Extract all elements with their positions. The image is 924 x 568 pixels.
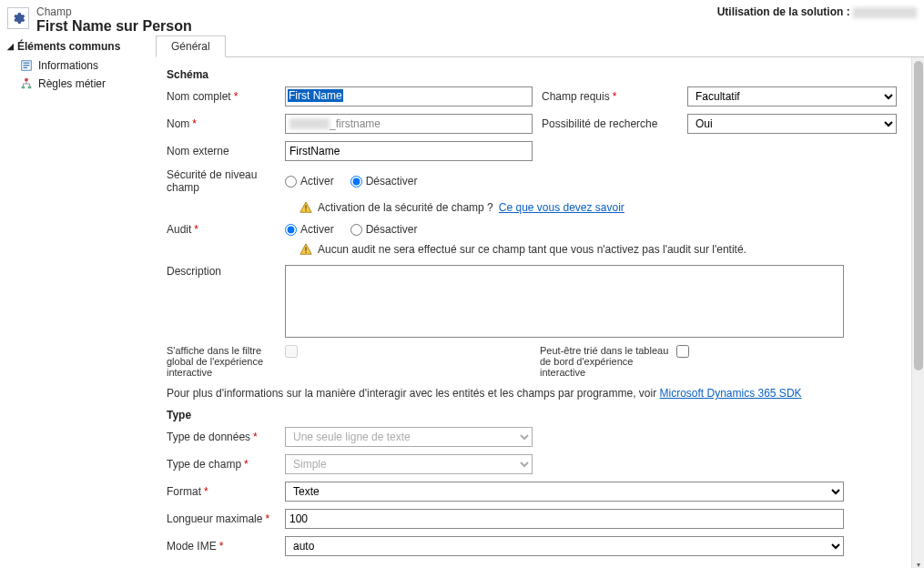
datatype-select: Une seule ligne de texte [285, 427, 533, 447]
ime-select[interactable]: auto [285, 536, 844, 556]
scroll-thumb[interactable] [914, 61, 923, 370]
solution-usage-value-redacted [853, 7, 917, 18]
field-requirement-label: Champ requis [542, 90, 678, 103]
fls-warning-link[interactable]: Ce que vous devez savoir [499, 201, 624, 214]
name-input[interactable]: _firstname [285, 114, 533, 134]
svg-rect-7 [305, 205, 306, 208]
sdk-link[interactable]: Microsoft Dynamics 365 SDK [660, 387, 802, 400]
fieldtype-label: Type de champ [167, 458, 276, 471]
audit-radio-group: Activer Désactiver [285, 223, 417, 236]
fls-radio-group: Activer Désactiver [285, 175, 417, 188]
svg-rect-8 [305, 210, 306, 211]
description-label: Description [167, 265, 276, 278]
format-select[interactable]: Texte [285, 482, 844, 502]
searchable-label: Possibilité de recherche [542, 117, 678, 130]
datatype-label: Type de données [167, 431, 276, 443]
name-prefix-redacted [289, 118, 330, 129]
fls-warning-text: Activation de la sécurité de champ ? [318, 201, 493, 214]
svg-rect-10 [305, 252, 306, 253]
page-title: First Name sur Person [36, 18, 192, 35]
header: Champ First Name sur Person Utilisation … [0, 0, 924, 35]
audit-enable-radio[interactable] [285, 224, 297, 236]
fls-enable-radio[interactable] [285, 176, 297, 188]
rules-icon [20, 77, 33, 90]
external-name-label: Nom externe [167, 145, 276, 157]
section-type: Type [167, 409, 897, 421]
main-panel: Schéma Nom complet First Name Champ requ… [152, 57, 911, 568]
breadcrumb: Champ [36, 5, 192, 18]
maxlen-input[interactable] [285, 509, 844, 529]
display-name-label: Nom complet [167, 90, 276, 103]
warning-icon [300, 201, 312, 214]
fls-disable-radio[interactable] [350, 176, 362, 188]
svg-rect-9 [305, 247, 306, 250]
name-label: Nom [167, 117, 276, 130]
sidebar-heading-label: Éléments communs [17, 40, 120, 53]
field-requirement-select[interactable]: Facultatif [687, 86, 897, 106]
collapse-icon: ◢ [7, 42, 14, 51]
audit-enable-option[interactable]: Activer [285, 223, 334, 236]
audit-disable-radio[interactable] [350, 224, 362, 236]
tab-general[interactable]: Général [156, 36, 226, 57]
fls-warning: Activation de la sécurité de champ ? Ce … [300, 201, 897, 214]
programmatic-note: Pour plus d'informations sur la manière … [167, 387, 897, 400]
display-name-input[interactable]: First Name [285, 86, 533, 106]
sidebar-heading[interactable]: ◢ Éléments communs [7, 40, 145, 53]
header-text: Champ First Name sur Person [36, 5, 192, 35]
maxlen-label: Longueur maximale [167, 512, 276, 525]
svg-rect-6 [28, 86, 32, 89]
global-filter-checkbox [285, 345, 298, 358]
fls-disable-option[interactable]: Désactiver [350, 175, 418, 188]
sortable-dashboard-checkbox[interactable] [676, 345, 689, 358]
audit-warning: Aucun audit ne sera effectué sur ce cham… [300, 243, 897, 256]
warning-icon [300, 243, 312, 256]
fieldtype-select: Simple [285, 454, 533, 474]
gear-icon [11, 11, 25, 25]
fls-enable-option[interactable]: Activer [285, 175, 334, 188]
ime-label: Mode IME [167, 540, 276, 553]
audit-label: Audit [167, 223, 276, 236]
scroll-down-icon[interactable]: ▾ [912, 558, 924, 568]
external-name-input[interactable] [285, 141, 533, 161]
section-schema: Schéma [167, 68, 897, 81]
sidebar-item-informations[interactable]: Informations [7, 56, 145, 75]
format-label: Format [167, 485, 276, 498]
sidebar: ◢ Éléments communs Informations Règles m… [0, 35, 152, 553]
entity-icon-box [7, 7, 29, 29]
svg-rect-1 [24, 63, 30, 64]
svg-rect-3 [24, 67, 27, 68]
tabbar: Général [156, 35, 924, 57]
info-page-icon [20, 59, 33, 72]
global-filter-label: S'affiche dans le filtre global de l'exp… [167, 345, 285, 378]
fls-label: Sécurité de niveau champ [167, 168, 276, 194]
scrollbar[interactable]: ▾ [911, 57, 924, 568]
svg-rect-2 [24, 65, 30, 66]
sidebar-item-label: Règles métier [38, 77, 106, 90]
sortable-dashboard-label: Peut-être trié dans le tableau de bord d… [540, 345, 676, 378]
solution-usage-label: Utilisation de la solution : [717, 5, 850, 18]
description-textarea[interactable] [285, 265, 844, 338]
svg-rect-5 [22, 86, 25, 89]
svg-point-4 [25, 78, 28, 82]
sidebar-item-label: Informations [38, 59, 98, 72]
sidebar-item-business-rules[interactable]: Règles métier [7, 75, 145, 93]
header-left: Champ First Name sur Person [7, 5, 717, 35]
audit-disable-option[interactable]: Désactiver [350, 223, 418, 236]
searchable-select[interactable]: Oui [687, 114, 897, 134]
solution-usage: Utilisation de la solution : [717, 5, 917, 35]
audit-warning-text: Aucun audit ne sera effectué sur ce cham… [318, 243, 746, 256]
